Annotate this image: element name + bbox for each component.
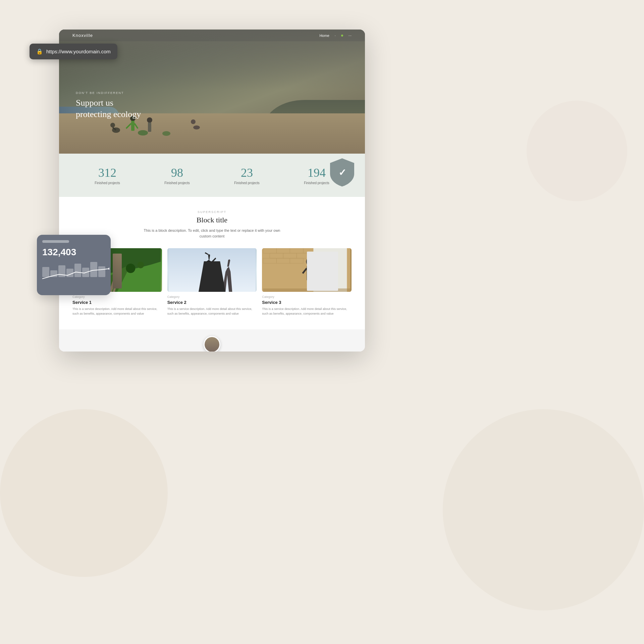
services-superscript: SUPERSCRIPT bbox=[72, 210, 352, 214]
nav-item2: ··· bbox=[348, 34, 352, 38]
website-content: Knoxville Home · ··· bbox=[59, 30, 365, 352]
svg-rect-21 bbox=[168, 248, 256, 292]
svg-line-8 bbox=[135, 123, 138, 128]
svg-point-12 bbox=[193, 125, 200, 129]
services-description: This is a block description. To edit, cl… bbox=[72, 228, 352, 239]
svg-rect-6 bbox=[131, 121, 135, 131]
hero-title: Support us protecting ecology bbox=[76, 97, 141, 120]
avatar-section bbox=[59, 329, 365, 352]
browser-window: Knoxville Home · ··· bbox=[59, 30, 365, 352]
stat-number-1: 98 bbox=[164, 166, 190, 180]
bg-shape-left bbox=[0, 409, 168, 577]
shield-badge: ✓ bbox=[329, 157, 356, 187]
service-category-1: Category bbox=[167, 295, 257, 299]
bg-shape-right bbox=[443, 409, 644, 610]
bg-shape-top-right bbox=[527, 101, 627, 201]
stat-item-0: 312 Finished projects bbox=[95, 166, 120, 185]
svg-rect-36 bbox=[307, 266, 314, 281]
brand-name: Knoxville bbox=[72, 33, 93, 38]
service-name-2: Service 3 bbox=[262, 300, 352, 305]
analytics-number: 132,403 bbox=[42, 247, 105, 258]
url-bar[interactable]: 🔒 https://www.yourdomain.com bbox=[30, 44, 117, 59]
nav-dot bbox=[341, 35, 343, 37]
svg-rect-34 bbox=[316, 252, 336, 288]
svg-rect-10 bbox=[148, 122, 151, 132]
svg-point-3 bbox=[110, 123, 115, 127]
service-description-2: This is a service description. Add more … bbox=[262, 307, 352, 316]
services-header: SUPERSCRIPT Block title This is a block … bbox=[72, 210, 352, 239]
service-card-1: Category Service 2 This is a service des… bbox=[167, 248, 257, 316]
avatar bbox=[204, 336, 220, 352]
services-grid: Category Service 1 This is a service des… bbox=[72, 248, 352, 316]
stat-item-1: 98 Finished projects bbox=[164, 166, 190, 185]
svg-text:✓: ✓ bbox=[338, 167, 346, 178]
services-title: Block title bbox=[72, 216, 352, 224]
nav-home[interactable]: Home bbox=[319, 34, 329, 38]
svg-rect-33 bbox=[314, 248, 347, 292]
stats-section: 312 Finished projects 98 Finished projec… bbox=[59, 154, 365, 197]
service-image-2 bbox=[262, 248, 352, 292]
chart-area bbox=[42, 260, 105, 287]
stat-label-0: Finished projects bbox=[95, 181, 120, 185]
hero-title-line2: protecting ecology bbox=[76, 109, 141, 119]
services-desc-line2: custom content bbox=[200, 234, 225, 238]
stat-number-0: 312 bbox=[95, 166, 120, 180]
svg-point-9 bbox=[147, 117, 152, 123]
service-name-0: Service 1 bbox=[72, 300, 162, 305]
service-card-2: Category Service 3 This is a service des… bbox=[262, 248, 352, 316]
svg-rect-22 bbox=[263, 248, 351, 292]
service-description-0: This is a service description. Add more … bbox=[72, 307, 162, 316]
svg-rect-39 bbox=[334, 268, 335, 271]
service-category-2: Category bbox=[262, 295, 352, 299]
nav-item: · bbox=[335, 34, 336, 38]
svg-point-19 bbox=[137, 262, 144, 268]
card-bar bbox=[42, 240, 69, 243]
svg-point-35 bbox=[306, 258, 314, 266]
svg-point-18 bbox=[126, 264, 135, 273]
svg-point-14 bbox=[162, 131, 170, 136]
service-name-1: Service 2 bbox=[167, 300, 257, 305]
stat-item-3: 194 Finished projects bbox=[304, 166, 329, 185]
svg-line-7 bbox=[126, 123, 131, 128]
svg-point-1 bbox=[108, 268, 109, 270]
site-nav: Knoxville Home · ··· bbox=[59, 30, 365, 41]
service-description-1: This is a service description. Add more … bbox=[167, 307, 257, 316]
svg-line-38 bbox=[314, 268, 316, 272]
svg-point-13 bbox=[138, 130, 148, 136]
analytics-card: 132,403 bbox=[37, 235, 111, 295]
nav-links: Home · ··· bbox=[319, 34, 352, 38]
svg-rect-40 bbox=[263, 288, 351, 292]
stat-label-3: Finished projects bbox=[304, 181, 329, 185]
hero-superscript: DON'T BE INDIFFERENT bbox=[76, 91, 141, 95]
hero-text: DON'T BE INDIFFERENT Support us protecti… bbox=[76, 91, 141, 120]
stat-number-3: 194 bbox=[304, 166, 329, 180]
svg-point-11 bbox=[191, 119, 196, 124]
lock-icon: 🔒 bbox=[36, 48, 43, 55]
service-category-0: Category bbox=[72, 295, 162, 299]
service-image-1 bbox=[167, 248, 257, 292]
services-desc-line1: This is a block description. To edit, cl… bbox=[144, 228, 280, 232]
stat-number-2: 23 bbox=[234, 166, 260, 180]
stat-item-2: 23 Finished projects bbox=[234, 166, 260, 185]
stat-label-1: Finished projects bbox=[164, 181, 190, 185]
url-text: https://www.yourdomain.com bbox=[46, 49, 111, 54]
stat-label-2: Finished projects bbox=[234, 181, 260, 185]
hero-title-line1: Support us bbox=[76, 98, 113, 108]
chart-line-svg bbox=[42, 267, 109, 280]
